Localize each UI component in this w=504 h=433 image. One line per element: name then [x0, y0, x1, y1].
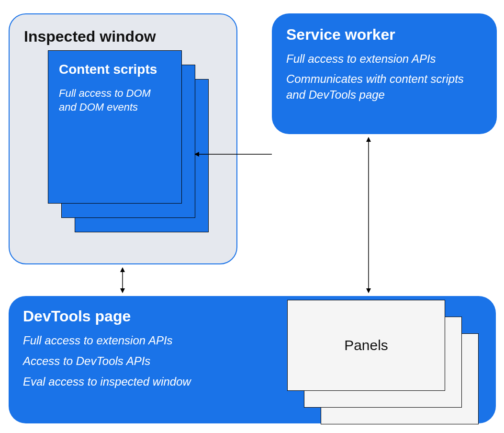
content-scripts-desc: Full access to DOM and DOM events: [59, 86, 171, 114]
devtools-architecture-diagram: Inspected window Content scripts Full ac…: [0, 0, 504, 433]
inspected-window-title: Inspected window: [24, 28, 222, 46]
service-worker-line: Full access to extension APIs: [286, 51, 482, 67]
inspected-window-box: Inspected window Content scripts Full ac…: [9, 13, 237, 264]
content-scripts-title: Content scripts: [59, 61, 171, 78]
panels-stack: Panels: [287, 300, 493, 429]
service-worker-line: Communicates with content scripts and De…: [286, 71, 482, 103]
service-worker-title: Service worker: [286, 26, 482, 44]
panel-card: Panels: [287, 300, 445, 391]
content-scripts-stack: Content scripts Full access to DOM and D…: [48, 50, 201, 232]
content-script-card: Content scripts Full access to DOM and D…: [48, 50, 182, 204]
panels-label: Panels: [344, 337, 388, 353]
service-worker-box: Service worker Full access to extension …: [272, 13, 497, 134]
